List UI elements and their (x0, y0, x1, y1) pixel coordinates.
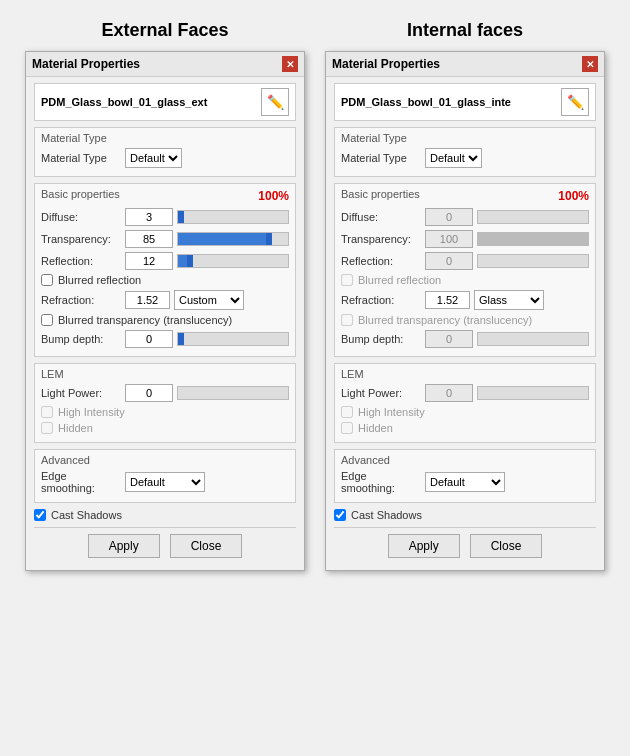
external-transparency-input[interactable]: 85 (125, 230, 173, 248)
internal-blurred-transparency-label: Blurred transparency (translucency) (358, 314, 532, 326)
internal-light-power-input[interactable] (425, 384, 473, 402)
external-reflection-slider[interactable] (177, 254, 289, 268)
external-refraction-label: Refraction: (41, 294, 121, 306)
internal-close-icon[interactable]: ✕ (582, 56, 598, 72)
external-cast-shadows-label: Cast Shadows (51, 509, 122, 521)
external-edge-smoothing-select[interactable]: Default (125, 472, 205, 492)
external-material-type-row: Material Type Default (41, 148, 289, 168)
internal-high-intensity-label: High Intensity (358, 406, 425, 418)
external-material-name-row: PDM_Glass_bowl_01_glass_ext ✏️ (34, 83, 296, 121)
external-diffuse-row: Diffuse: 3 (41, 208, 289, 226)
external-dialog: Material Properties ✕ PDM_Glass_bowl_01_… (25, 51, 305, 571)
external-material-type-label: Material Type (41, 152, 121, 164)
internal-edge-smoothing-select[interactable]: Default (425, 472, 505, 492)
internal-reflection-slider[interactable] (477, 254, 589, 268)
internal-diffuse-label: Diffuse: (341, 211, 421, 223)
external-cast-shadows-row: Cast Shadows (34, 509, 296, 521)
internal-bump-depth-row: Bump depth: (341, 330, 589, 348)
internal-blurred-transparency-checkbox[interactable] (341, 314, 353, 326)
internal-material-type-row: Material Type Default (341, 148, 589, 168)
external-light-power-label: Light Power: (41, 387, 121, 399)
internal-material-type-group: Material Type Material Type Default (334, 127, 596, 177)
external-dialog-titlebar: Material Properties ✕ (26, 52, 304, 77)
external-close-icon[interactable]: ✕ (282, 56, 298, 72)
internal-blurred-reflection-row: Blurred reflection (341, 274, 589, 286)
internal-blurred-transparency-row: Blurred transparency (translucency) (341, 314, 589, 326)
internal-diffuse-slider[interactable] (477, 210, 589, 224)
internal-diffuse-input[interactable] (425, 208, 473, 226)
internal-title: Internal faces (407, 20, 523, 41)
external-high-intensity-checkbox[interactable] (41, 406, 53, 418)
external-bump-depth-row: Bump depth: (41, 330, 289, 348)
internal-bump-depth-slider[interactable] (477, 332, 589, 346)
internal-light-power-slider[interactable] (477, 386, 589, 400)
internal-refraction-preset-select[interactable]: Glass Custom (474, 290, 544, 310)
internal-material-type-select[interactable]: Default (425, 148, 482, 168)
external-material-name: PDM_Glass_bowl_01_glass_ext (41, 96, 255, 108)
external-blurred-reflection-row: Blurred reflection (41, 274, 289, 286)
external-hidden-checkbox[interactable] (41, 422, 53, 434)
internal-material-type-section-label: Material Type (341, 132, 589, 144)
internal-reflection-row: Reflection: (341, 252, 589, 270)
internal-transparency-slider[interactable] (477, 232, 589, 246)
external-material-type-select[interactable]: Default (125, 148, 182, 168)
internal-transparency-label: Transparency: (341, 233, 421, 245)
external-basic-properties-label: Basic properties (41, 188, 120, 200)
external-percent-label: 100% (249, 189, 289, 203)
external-diffuse-label: Diffuse: (41, 211, 121, 223)
external-apply-button[interactable]: Apply (88, 534, 160, 558)
external-blurred-reflection-checkbox[interactable] (41, 274, 53, 286)
internal-edge-smoothing-label: Edge smoothing: (341, 470, 421, 494)
internal-high-intensity-row: High Intensity (341, 406, 589, 418)
internal-cast-shadows-label: Cast Shadows (351, 509, 422, 521)
external-diffuse-slider[interactable] (177, 210, 289, 224)
internal-blurred-reflection-label: Blurred reflection (358, 274, 441, 286)
internal-eyedropper-button[interactable]: ✏️ (561, 88, 589, 116)
internal-transparency-row: Transparency: (341, 230, 589, 248)
external-light-power-row: Light Power: (41, 384, 289, 402)
external-refraction-input[interactable] (125, 291, 170, 309)
internal-hidden-row: Hidden (341, 422, 589, 434)
external-blurred-reflection-label: Blurred reflection (58, 274, 141, 286)
internal-high-intensity-checkbox[interactable] (341, 406, 353, 418)
internal-close-button[interactable]: Close (470, 534, 543, 558)
external-material-type-group: Material Type Material Type Default (34, 127, 296, 177)
external-transparency-slider[interactable] (177, 232, 289, 246)
internal-lem-label: LEM (341, 368, 589, 380)
internal-blurred-reflection-checkbox[interactable] (341, 274, 353, 286)
external-blurred-transparency-checkbox[interactable] (41, 314, 53, 326)
internal-lem-group: LEM Light Power: High Intensity (334, 363, 596, 443)
external-refraction-preset-select[interactable]: Custom Glass (174, 290, 244, 310)
external-edge-smoothing-label: Edge smoothing: (41, 470, 121, 494)
external-blurred-transparency-row: Blurred transparency (translucency) (41, 314, 289, 326)
internal-transparency-input[interactable] (425, 230, 473, 248)
internal-dialog: Material Properties ✕ PDM_Glass_bowl_01_… (325, 51, 605, 571)
internal-light-power-row: Light Power: (341, 384, 589, 402)
internal-diffuse-row: Diffuse: (341, 208, 589, 226)
internal-percent-label: 100% (549, 189, 589, 203)
internal-refraction-input[interactable] (425, 291, 470, 309)
internal-apply-button[interactable]: Apply (388, 534, 460, 558)
external-light-power-slider[interactable] (177, 386, 289, 400)
internal-reflection-label: Reflection: (341, 255, 421, 267)
internal-reflection-input[interactable] (425, 252, 473, 270)
external-close-button[interactable]: Close (170, 534, 243, 558)
internal-hidden-checkbox[interactable] (341, 422, 353, 434)
external-light-power-input[interactable] (125, 384, 173, 402)
external-diffuse-input[interactable]: 3 (125, 208, 173, 226)
external-reflection-input[interactable]: 12 (125, 252, 173, 270)
external-panel: External Faces Material Properties ✕ PDM… (20, 20, 310, 571)
external-title: External Faces (101, 20, 228, 41)
internal-bump-depth-input[interactable] (425, 330, 473, 348)
external-dialog-title: Material Properties (32, 57, 140, 71)
external-lem-label: LEM (41, 368, 289, 380)
external-bottom-buttons: Apply Close (34, 527, 296, 564)
external-basic-properties-group: Basic properties 100% Diffuse: 3 (34, 183, 296, 357)
external-eyedropper-button[interactable]: ✏️ (261, 88, 289, 116)
internal-cast-shadows-row: Cast Shadows (334, 509, 596, 521)
external-bump-depth-input[interactable] (125, 330, 173, 348)
external-bump-depth-slider[interactable] (177, 332, 289, 346)
external-reflection-row: Reflection: 12 (41, 252, 289, 270)
external-cast-shadows-checkbox[interactable] (34, 509, 46, 521)
internal-cast-shadows-checkbox[interactable] (334, 509, 346, 521)
